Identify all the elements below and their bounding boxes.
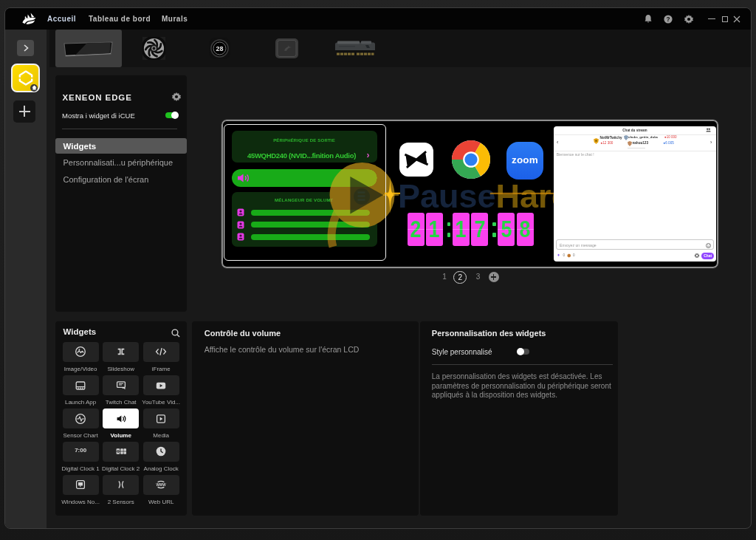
svg-text:PauseHard: PauseHard <box>398 177 571 215</box>
svg-text:?: ? <box>666 16 670 23</box>
svg-text:WWW: WWW <box>157 483 167 487</box>
svg-text:28: 28 <box>216 45 223 52</box>
